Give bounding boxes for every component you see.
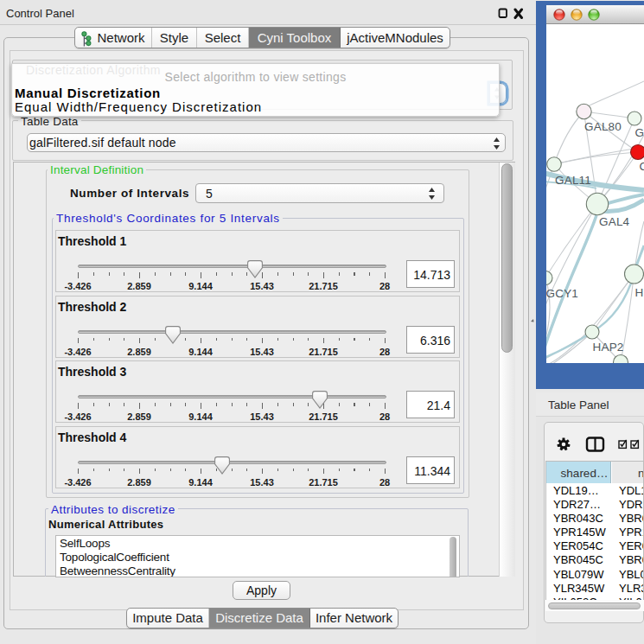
- svg-text:C: C: [640, 160, 644, 173]
- svg-text:GA: GA: [635, 126, 644, 139]
- svg-text:HAP2: HAP2: [593, 341, 624, 354]
- svg-text:H: H: [635, 286, 644, 299]
- svg-text:GAL4: GAL4: [599, 215, 630, 228]
- svg-text:GCY1: GCY1: [546, 287, 578, 300]
- svg-text:GAL80: GAL80: [584, 120, 622, 133]
- svg-text:GAL11: GAL11: [555, 174, 591, 187]
